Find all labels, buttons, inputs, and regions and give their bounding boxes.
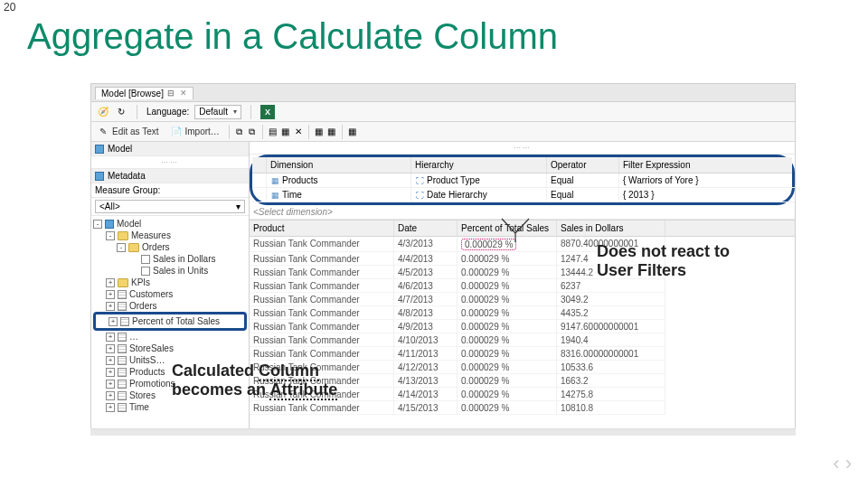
model-header[interactable]: Model [91, 142, 249, 156]
expand-toggle-icon[interactable]: + [108, 317, 118, 326]
table-row[interactable]: Russian Tank Commander4/8/20130.000029 %… [250, 306, 795, 320]
language-select[interactable]: Default ▾ [194, 105, 241, 119]
select-dimension-placeholder[interactable]: <Select dimension> [250, 205, 795, 220]
reconnect-icon[interactable]: ↻ [115, 106, 127, 118]
table-row[interactable]: Russian Tank Commander4/9/20130.000029 %… [250, 320, 795, 333]
expand-toggle-icon[interactable]: + [106, 403, 115, 412]
query-icon[interactable]: ⧉ [233, 126, 246, 138]
folder-icon [128, 243, 139, 252]
filter-header-expression[interactable]: Filter Expression [619, 157, 795, 173]
tree-item[interactable]: +Time [93, 401, 247, 413]
tree-item-label: Customers [129, 289, 173, 299]
grid-icon[interactable]: ▦ [313, 126, 326, 138]
edit-as-text-button[interactable]: ✎ Edit as Text [91, 126, 165, 138]
cube-icon [95, 145, 104, 154]
expand-toggle-icon[interactable]: - [106, 231, 115, 240]
expand-toggle-icon[interactable]: + [106, 356, 115, 365]
tree-item[interactable]: -Orders [93, 241, 247, 253]
filter-dimension-cell[interactable]: ▦Products [267, 174, 411, 188]
filter-header-dimension[interactable]: Dimension [267, 157, 411, 173]
tree-item[interactable]: -Measures [93, 230, 247, 241]
table-row[interactable]: Russian Tank Commander4/10/20130.000029 … [250, 333, 795, 347]
cell-percent: 0.000029 % [458, 388, 557, 401]
cell-sales: 10810.8 [557, 401, 665, 415]
tree-item[interactable]: +StoreSales [93, 343, 247, 354]
filter-row[interactable]: ▦Products⛶Product TypeEqual{ Warriors of… [252, 174, 792, 188]
folder-icon [118, 278, 128, 287]
tree-item-label: Stores [129, 390, 156, 400]
cell-percent: 0.000029 % [458, 374, 557, 388]
table-row[interactable]: Russian Tank Commander4/11/20130.000029 … [250, 347, 795, 361]
filter-hierarchy-cell[interactable]: ⛶Product Type [411, 174, 547, 188]
filter-dimension-cell[interactable]: ▦Time [267, 188, 411, 202]
tree-item[interactable]: Sales in Dollars [93, 253, 247, 265]
filter-row[interactable]: ▦Time⛶Date HierarchyEqual{ 2013 } [252, 188, 792, 202]
col-product[interactable]: Product [250, 221, 394, 236]
tree-item[interactable]: +KPIs [93, 277, 247, 288]
tree-item[interactable]: +Percent of Total Sales [96, 315, 244, 327]
query2-icon[interactable]: ⧉ [246, 126, 259, 138]
import-label: Import… [185, 127, 220, 136]
col-percent[interactable]: Percent of Total Sales [458, 221, 557, 236]
separator [308, 125, 309, 139]
separator [342, 125, 343, 139]
filter-expression-cell[interactable]: { 2013 } [619, 188, 795, 202]
col-sales[interactable]: Sales in Dollars [557, 221, 665, 236]
pin-icon[interactable]: ⊟ [167, 89, 176, 98]
expand-toggle-icon[interactable]: + [106, 278, 115, 287]
prev-slide-icon[interactable]: ‹ [833, 452, 839, 475]
browse-icon[interactable]: 🧭 [97, 106, 109, 118]
model-browse-tab[interactable]: Model [Browse] ⊟ ✕ [95, 87, 193, 99]
filter-operator-cell[interactable]: Equal [547, 188, 619, 202]
filter-operator-cell[interactable]: Equal [547, 174, 619, 188]
cell-percent: 0.000029 % [458, 252, 557, 266]
cell-percent: 0.000029 % [458, 401, 557, 415]
tree-item[interactable]: Sales in Units [93, 265, 247, 277]
analyze-in-excel-button[interactable]: X [260, 105, 275, 119]
tree-item[interactable]: -Model [93, 218, 247, 230]
cell-date: 4/4/2013 [394, 252, 458, 266]
table-row[interactable]: Russian Tank Commander4/6/20130.000029 %… [250, 279, 795, 293]
add-col-icon[interactable]: ▦ [279, 126, 292, 138]
annotation-attribute-note: Calculated Column becomes an Attribute [172, 361, 407, 399]
dimension-icon: ▦ [270, 191, 279, 200]
table-row[interactable]: Russian Tank Commander4/15/20130.000029 … [250, 401, 795, 415]
col-date[interactable]: Date [394, 221, 458, 236]
dimension-icon [118, 344, 127, 353]
expand-toggle-icon[interactable]: + [106, 344, 115, 353]
expand-toggle-icon[interactable]: + [106, 333, 115, 342]
expand-toggle-icon[interactable]: - [117, 243, 126, 252]
measure-group-select[interactable]: <All> ▾ [95, 200, 245, 213]
next-slide-icon[interactable]: › [845, 452, 852, 475]
filter-expression-cell[interactable]: { Warriors of Yore } [619, 174, 795, 188]
expand-toggle-icon[interactable]: + [106, 380, 115, 389]
import-button[interactable]: 📄 Import… [165, 126, 225, 138]
delete-icon[interactable]: ✕ [292, 126, 305, 138]
cell-sales: 1663.2 [557, 374, 665, 388]
expand-toggle-icon[interactable]: + [106, 368, 115, 377]
add-row-icon[interactable]: ▤ [267, 126, 279, 138]
dimension-icon [118, 333, 127, 342]
tree-item[interactable]: +… [93, 331, 247, 343]
expand-toggle-icon[interactable]: + [106, 290, 115, 299]
tree-item[interactable]: +Customers [93, 288, 247, 300]
filter-hierarchy-cell[interactable]: ⛶Date Hierarchy [411, 188, 547, 202]
highlighted-percent-cell: 0.000029 % [461, 239, 516, 250]
expand-toggle-icon[interactable]: - [93, 220, 102, 229]
expand-toggle-icon[interactable]: + [106, 302, 115, 311]
expand-toggle-icon[interactable]: + [106, 391, 115, 400]
grid3-icon[interactable]: ▦ [346, 126, 359, 138]
panel-grip[interactable]: ⋯⋯ [91, 156, 249, 169]
panel-grip[interactable]: ⋯⋯ [250, 142, 795, 155]
cell-product: Russian Tank Commander [250, 293, 394, 306]
filter-header-hierarchy[interactable]: Hierarchy [411, 157, 547, 173]
metadata-header[interactable]: Metadata [91, 169, 249, 183]
tree-item[interactable]: +Orders [93, 300, 247, 312]
table-row[interactable]: Russian Tank Commander4/7/20130.000029 %… [250, 293, 795, 306]
close-icon[interactable]: ✕ [180, 89, 187, 98]
cell-date: 4/6/2013 [394, 279, 458, 293]
filter-header-operator[interactable]: Operator [547, 157, 619, 173]
cell-product: Russian Tank Commander [250, 266, 394, 279]
grid2-icon[interactable]: ▦ [326, 126, 338, 138]
cell-percent: 0.000029 % [458, 320, 557, 333]
